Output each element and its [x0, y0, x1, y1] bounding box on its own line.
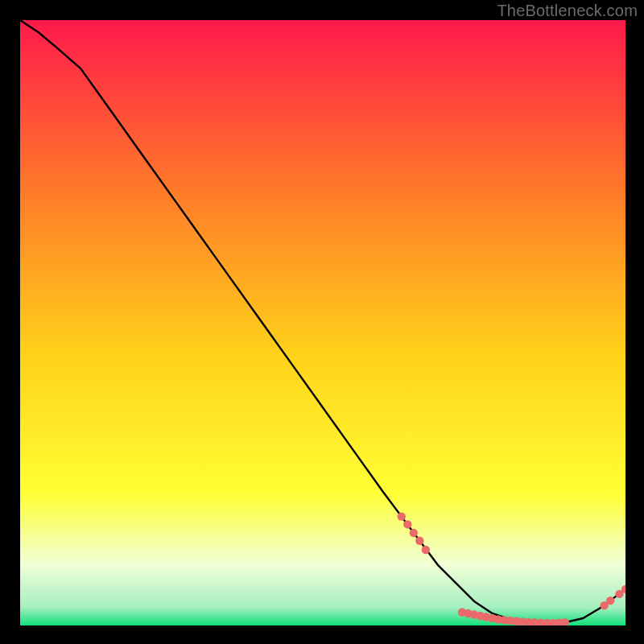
data-marker — [403, 520, 411, 528]
data-marker — [410, 529, 418, 537]
plot-svg — [20, 20, 625, 625]
data-marker — [415, 537, 423, 545]
data-marker — [606, 597, 614, 605]
plot-area — [20, 20, 625, 625]
data-marker — [398, 512, 406, 520]
data-marker — [422, 546, 430, 554]
watermark-text: TheBottleneck.com — [497, 2, 638, 20]
chart-frame: TheBottleneck.com — [0, 0, 644, 644]
